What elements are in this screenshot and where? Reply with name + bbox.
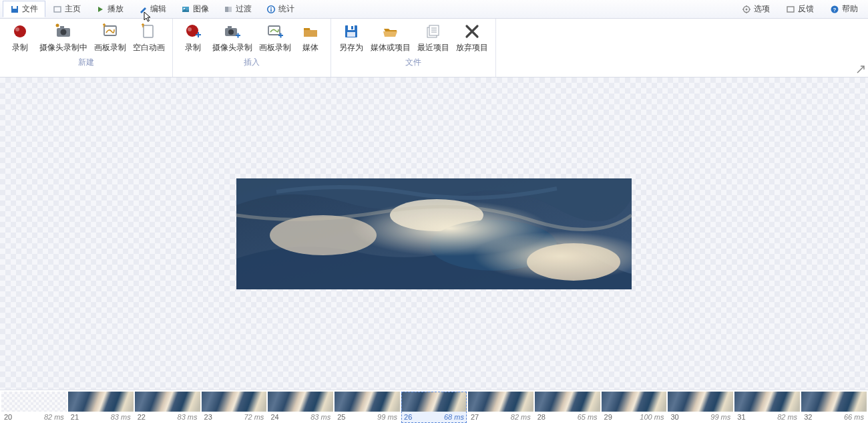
frame-duration: 83 ms (111, 413, 131, 421)
insert-media-icon (302, 23, 319, 40)
menu-item-5[interactable]: 过渡 (216, 1, 259, 17)
svg-rect-43 (347, 32, 355, 37)
timeline-frame[interactable]: 2372 ms (202, 392, 267, 423)
timeline-frame[interactable]: 2782 ms (468, 392, 533, 423)
menu-label: 图像 (193, 3, 209, 15)
frame-thumb (602, 392, 667, 412)
insert-media-button[interactable]: 媒体 (294, 20, 327, 55)
media-proj-icon (382, 23, 399, 40)
save-as-icon (343, 23, 360, 40)
frame-number: 32 (804, 413, 812, 421)
timeline-frame[interactable]: 2183 ms (68, 392, 134, 423)
timeline-frame[interactable]: 2599 ms (335, 392, 400, 423)
frame-number: 28 (537, 413, 546, 421)
menu-right-0[interactable]: 选项 (734, 1, 777, 17)
frame-duration: 82 ms (777, 413, 797, 421)
menu-item-2[interactable]: 播放 (88, 1, 131, 17)
menu-right-label: 帮助 (842, 3, 858, 15)
svg-rect-23 (60, 26, 64, 29)
menu-item-0[interactable]: 文件 (3, 1, 45, 17)
frame-number: 23 (204, 413, 212, 421)
menu-icon-4 (181, 5, 190, 14)
timeline-frame[interactable]: 2082 ms (1, 392, 67, 423)
record-icon (11, 23, 29, 40)
frame-timeline[interactable]: 2082 ms2183 ms2283 ms2372 ms2483 ms2599 … (0, 390, 868, 423)
ribbon-label: 放弃项目 (456, 43, 488, 52)
cursor-overlay (144, 11, 153, 25)
frame-thumb (202, 392, 267, 412)
ribbon-group-title: 文件 (335, 55, 491, 71)
frame-duration: 68 ms (444, 413, 464, 421)
ribbon-label: 录制 (12, 43, 28, 52)
frame-duration: 66 ms (844, 413, 864, 421)
frame-duration: 99 ms (710, 413, 730, 421)
frame-number: 29 (604, 413, 612, 421)
svg-rect-5 (225, 7, 228, 12)
frame-number: 31 (737, 413, 745, 421)
frame-duration: 99 ms (377, 413, 397, 421)
menu-right-1[interactable]: 反馈 (779, 1, 821, 17)
timeline-frame[interactable]: 29100 ms (602, 392, 667, 423)
canvas-area[interactable] (0, 78, 868, 390)
ribbon-label: 空白动画 (133, 43, 165, 52)
menu-item-4[interactable]: 图像 (174, 1, 216, 17)
menu-icon-5 (224, 5, 233, 14)
svg-text:?: ? (833, 7, 837, 13)
menu-right-label: 反馈 (798, 3, 814, 15)
svg-rect-35 (238, 33, 239, 38)
menu-label: 播放 (107, 3, 124, 15)
webcam-record-button[interactable]: 摄像头录制中 (36, 20, 91, 55)
timeline-frame[interactable]: 2865 ms (535, 392, 600, 423)
ribbon-label: 另存为 (339, 43, 363, 52)
frame-number: 27 (471, 413, 479, 421)
menu-label: 主页 (65, 3, 81, 15)
frame-number: 30 (670, 413, 678, 421)
svg-point-32 (228, 29, 234, 35)
svg-rect-8 (270, 7, 272, 9)
recent-button[interactable]: 最近项目 (414, 20, 453, 55)
timeline-frame[interactable]: 3099 ms (668, 392, 733, 423)
board-record-button[interactable]: 画板录制 (91, 20, 130, 55)
ribbon-group-title: 插入 (177, 55, 327, 71)
timeline-frame[interactable]: 3182 ms (734, 392, 800, 423)
frame-info: 2668 ms (401, 412, 467, 421)
menu-item-6[interactable]: 统计 (259, 1, 302, 17)
insert-board-button[interactable]: 画板录制 (256, 20, 294, 55)
insert-board-icon (266, 23, 284, 40)
frame-thumb (1, 392, 67, 412)
frame-info: 2483 ms (268, 412, 333, 421)
insert-webcam-icon (224, 23, 241, 40)
frame-info: 2865 ms (535, 412, 600, 421)
frame-number: 24 (270, 413, 278, 421)
frame-number: 20 (4, 413, 12, 421)
timeline-frame[interactable]: 2483 ms (268, 392, 333, 423)
discard-icon (463, 23, 481, 40)
frame-thumb (535, 392, 600, 412)
insert-webcam-button[interactable]: 摄像头录制 (209, 20, 256, 55)
media-proj-button[interactable]: 媒体或项目 (367, 20, 414, 55)
ribbon-label: 最近项目 (417, 43, 449, 52)
frame-thumb (401, 392, 467, 412)
svg-rect-6 (228, 7, 232, 12)
timeline-frame[interactable]: 3266 ms (801, 392, 867, 423)
ribbon-expand-icon[interactable] (856, 65, 865, 74)
ribbon-group-1: 录制摄像头录制画板录制媒体插入 (173, 19, 331, 77)
frame-info: 2183 ms (68, 412, 134, 421)
record-button[interactable]: 录制 (4, 20, 36, 55)
menu-right-2[interactable]: ?帮助 (823, 1, 865, 17)
ribbon-label: 媒体或项目 (371, 43, 411, 52)
save-as-button[interactable]: 另存为 (335, 20, 367, 55)
insert-record-icon (184, 23, 202, 40)
timeline-frame[interactable]: 2668 ms (401, 392, 467, 423)
insert-record-button[interactable]: 录制 (177, 20, 209, 55)
frame-duration: 82 ms (511, 413, 531, 421)
frame-number: 22 (138, 413, 146, 421)
ribbon-label: 画板录制 (259, 43, 291, 52)
ribbon-group-2: 另存为媒体或项目最近项目放弃项目文件 (331, 19, 496, 77)
menu-item-1[interactable]: 主页 (45, 1, 88, 17)
svg-rect-16 (787, 7, 794, 12)
svg-rect-1 (13, 6, 17, 9)
svg-rect-39 (304, 28, 310, 30)
discard-button[interactable]: 放弃项目 (453, 20, 491, 55)
timeline-frame[interactable]: 2283 ms (135, 392, 200, 423)
